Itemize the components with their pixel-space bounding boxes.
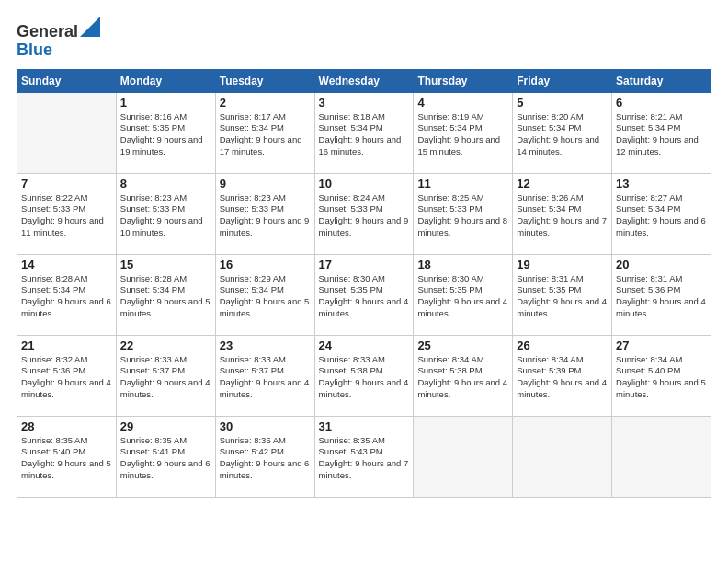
calendar-cell (414, 416, 513, 497)
day-number: 26 (517, 339, 608, 352)
day-number: 15 (120, 258, 211, 271)
week-row-2: 14Sunrise: 8:28 AMSunset: 5:34 PMDayligh… (17, 254, 711, 335)
weekday-friday: Friday (513, 69, 612, 92)
week-row-1: 7Sunrise: 8:22 AMSunset: 5:33 PMDaylight… (17, 173, 711, 254)
day-number: 28 (21, 419, 112, 433)
logo-icon (80, 17, 100, 37)
cell-info: Sunrise: 8:33 AMSunset: 5:38 PMDaylight:… (319, 354, 410, 401)
cell-info: Sunrise: 8:34 AMSunset: 5:38 PMDaylight:… (417, 354, 508, 401)
cell-info: Sunrise: 8:33 AMSunset: 5:37 PMDaylight:… (120, 354, 211, 401)
calendar-cell: 16Sunrise: 8:29 AMSunset: 5:34 PMDayligh… (215, 254, 314, 335)
day-number: 29 (120, 419, 211, 433)
calendar-cell: 28Sunrise: 8:35 AMSunset: 5:40 PMDayligh… (17, 416, 117, 497)
cell-info: Sunrise: 8:28 AMSunset: 5:34 PMDaylight:… (21, 273, 112, 320)
cell-info: Sunrise: 8:35 AMSunset: 5:43 PMDaylight:… (319, 435, 410, 482)
cell-info: Sunrise: 8:32 AMSunset: 5:36 PMDaylight:… (21, 354, 112, 401)
day-number: 13 (616, 177, 707, 190)
calendar-cell: 24Sunrise: 8:33 AMSunset: 5:38 PMDayligh… (314, 335, 414, 416)
calendar-cell (17, 92, 117, 173)
cell-info: Sunrise: 8:23 AMSunset: 5:33 PMDaylight:… (120, 192, 211, 239)
day-number: 31 (319, 419, 410, 433)
cell-info: Sunrise: 8:29 AMSunset: 5:34 PMDaylight:… (220, 273, 311, 320)
day-number: 25 (417, 339, 508, 352)
cell-info: Sunrise: 8:30 AMSunset: 5:35 PMDaylight:… (417, 273, 508, 320)
day-number: 5 (517, 96, 608, 109)
day-number: 20 (616, 258, 707, 271)
cell-info: Sunrise: 8:26 AMSunset: 5:34 PMDaylight:… (517, 192, 608, 239)
cell-info: Sunrise: 8:27 AMSunset: 5:34 PMDaylight:… (616, 192, 707, 239)
day-number: 3 (319, 96, 410, 109)
calendar-cell: 31Sunrise: 8:35 AMSunset: 5:43 PMDayligh… (314, 416, 414, 497)
cell-info: Sunrise: 8:28 AMSunset: 5:34 PMDaylight:… (120, 273, 211, 320)
day-number: 2 (220, 96, 311, 109)
cell-info: Sunrise: 8:33 AMSunset: 5:37 PMDaylight:… (220, 354, 311, 401)
day-number: 16 (220, 258, 311, 271)
cell-info: Sunrise: 8:18 AMSunset: 5:34 PMDaylight:… (319, 111, 410, 158)
calendar-cell: 7Sunrise: 8:22 AMSunset: 5:33 PMDaylight… (17, 173, 117, 254)
day-number: 14 (21, 258, 112, 271)
cell-info: Sunrise: 8:34 AMSunset: 5:40 PMDaylight:… (616, 354, 707, 401)
calendar-cell: 21Sunrise: 8:32 AMSunset: 5:36 PMDayligh… (17, 335, 117, 416)
calendar-cell: 19Sunrise: 8:31 AMSunset: 5:35 PMDayligh… (513, 254, 612, 335)
calendar-cell: 25Sunrise: 8:34 AMSunset: 5:38 PMDayligh… (414, 335, 513, 416)
calendar-cell: 22Sunrise: 8:33 AMSunset: 5:37 PMDayligh… (116, 335, 215, 416)
calendar-cell: 15Sunrise: 8:28 AMSunset: 5:34 PMDayligh… (116, 254, 215, 335)
weekday-header-row: SundayMondayTuesdayWednesdayThursdayFrid… (17, 69, 711, 92)
day-number: 17 (319, 258, 410, 271)
calendar-cell: 23Sunrise: 8:33 AMSunset: 5:37 PMDayligh… (215, 335, 314, 416)
logo: General Blue (17, 17, 100, 60)
cell-info: Sunrise: 8:23 AMSunset: 5:33 PMDaylight:… (220, 192, 311, 239)
day-number: 11 (417, 177, 508, 190)
day-number: 9 (220, 177, 311, 190)
cell-info: Sunrise: 8:17 AMSunset: 5:34 PMDaylight:… (220, 111, 311, 158)
calendar-cell: 20Sunrise: 8:31 AMSunset: 5:36 PMDayligh… (612, 254, 711, 335)
calendar-cell: 2Sunrise: 8:17 AMSunset: 5:34 PMDaylight… (215, 92, 314, 173)
calendar-cell: 18Sunrise: 8:30 AMSunset: 5:35 PMDayligh… (414, 254, 513, 335)
calendar-cell: 8Sunrise: 8:23 AMSunset: 5:33 PMDaylight… (116, 173, 215, 254)
day-number: 7 (21, 177, 112, 190)
day-number: 27 (616, 339, 707, 352)
cell-info: Sunrise: 8:35 AMSunset: 5:42 PMDaylight:… (220, 435, 311, 482)
calendar-cell: 29Sunrise: 8:35 AMSunset: 5:41 PMDayligh… (116, 416, 215, 497)
calendar-cell: 27Sunrise: 8:34 AMSunset: 5:40 PMDayligh… (612, 335, 711, 416)
calendar-cell: 12Sunrise: 8:26 AMSunset: 5:34 PMDayligh… (513, 173, 612, 254)
cell-info: Sunrise: 8:20 AMSunset: 5:34 PMDaylight:… (517, 111, 608, 158)
cell-info: Sunrise: 8:21 AMSunset: 5:34 PMDaylight:… (616, 111, 707, 158)
cell-info: Sunrise: 8:30 AMSunset: 5:35 PMDaylight:… (319, 273, 410, 320)
weekday-monday: Monday (116, 69, 215, 92)
cell-info: Sunrise: 8:31 AMSunset: 5:35 PMDaylight:… (517, 273, 608, 320)
calendar-cell (513, 416, 612, 497)
weekday-sunday: Sunday (17, 69, 117, 92)
calendar-cell: 13Sunrise: 8:27 AMSunset: 5:34 PMDayligh… (612, 173, 711, 254)
day-number: 8 (120, 177, 211, 190)
weekday-thursday: Thursday (414, 69, 513, 92)
page: General Blue SundayMondayTuesdayWednesda… (0, 0, 728, 563)
header: General Blue (17, 17, 711, 60)
week-row-4: 28Sunrise: 8:35 AMSunset: 5:40 PMDayligh… (17, 416, 711, 497)
logo-general-text: General (17, 22, 78, 40)
day-number: 1 (120, 96, 211, 109)
day-number: 12 (517, 177, 608, 190)
cell-info: Sunrise: 8:25 AMSunset: 5:33 PMDaylight:… (417, 192, 508, 239)
calendar-cell: 3Sunrise: 8:18 AMSunset: 5:34 PMDaylight… (314, 92, 414, 173)
cell-info: Sunrise: 8:35 AMSunset: 5:40 PMDaylight:… (21, 435, 112, 482)
cell-info: Sunrise: 8:24 AMSunset: 5:33 PMDaylight:… (319, 192, 410, 239)
day-number: 4 (417, 96, 508, 109)
calendar-cell: 4Sunrise: 8:19 AMSunset: 5:34 PMDaylight… (414, 92, 513, 173)
day-number: 18 (417, 258, 508, 271)
day-number: 24 (319, 339, 410, 352)
cell-info: Sunrise: 8:16 AMSunset: 5:35 PMDaylight:… (120, 111, 211, 158)
cell-info: Sunrise: 8:31 AMSunset: 5:36 PMDaylight:… (616, 273, 707, 320)
calendar-cell: 30Sunrise: 8:35 AMSunset: 5:42 PMDayligh… (215, 416, 314, 497)
calendar-cell: 14Sunrise: 8:28 AMSunset: 5:34 PMDayligh… (17, 254, 117, 335)
calendar-cell: 11Sunrise: 8:25 AMSunset: 5:33 PMDayligh… (414, 173, 513, 254)
calendar-cell: 17Sunrise: 8:30 AMSunset: 5:35 PMDayligh… (314, 254, 414, 335)
day-number: 22 (120, 339, 211, 352)
logo-blue-text: Blue (17, 40, 52, 59)
cell-info: Sunrise: 8:22 AMSunset: 5:33 PMDaylight:… (21, 192, 112, 239)
day-number: 23 (220, 339, 311, 352)
day-number: 30 (220, 419, 311, 433)
day-number: 10 (319, 177, 410, 190)
calendar-cell: 1Sunrise: 8:16 AMSunset: 5:35 PMDaylight… (116, 92, 215, 173)
calendar-cell: 9Sunrise: 8:23 AMSunset: 5:33 PMDaylight… (215, 173, 314, 254)
